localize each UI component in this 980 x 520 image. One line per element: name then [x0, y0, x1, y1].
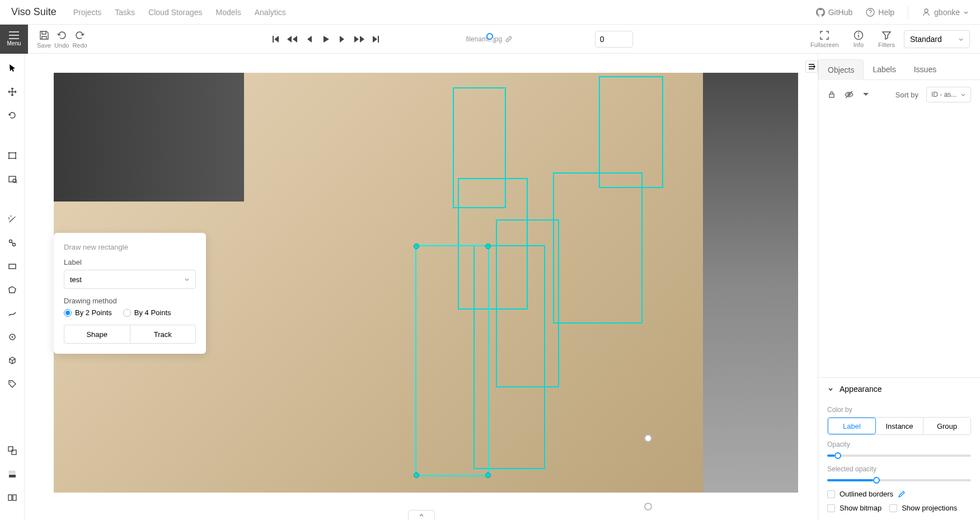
- bbox-selected[interactable]: [415, 245, 489, 476]
- fit-tool[interactable]: [6, 149, 19, 162]
- forward-button[interactable]: [352, 32, 367, 46]
- opacity-knob[interactable]: [834, 452, 841, 459]
- split-tool[interactable]: [6, 491, 19, 504]
- seg-group-button[interactable]: Group: [923, 418, 970, 434]
- rewind-button[interactable]: [285, 32, 299, 46]
- undo-button[interactable]: Undo: [54, 30, 69, 49]
- bbox-4[interactable]: [553, 172, 643, 324]
- chevron-down-icon: [963, 10, 969, 15]
- user-icon: [922, 8, 931, 17]
- rectangle-tool[interactable]: [6, 260, 19, 273]
- cursor-icon: [7, 63, 17, 73]
- show-bitmap-check[interactable]: Show bitmap: [827, 504, 881, 512]
- magic-tool[interactable]: [6, 213, 19, 226]
- radio-2-points[interactable]: By 2 Points: [64, 308, 112, 317]
- outlined-borders-check[interactable]: Outlined borders: [827, 490, 971, 498]
- panel-collapse-button[interactable]: [805, 60, 818, 73]
- bbox-6[interactable]: [473, 245, 545, 469]
- canvas-range-sliders: [644, 434, 652, 510]
- rotate-tool[interactable]: [6, 109, 19, 122]
- checkbox: [827, 490, 835, 498]
- dropdown-icon[interactable]: [862, 92, 870, 97]
- prev-frame-button[interactable]: [302, 32, 316, 46]
- group-tool[interactable]: [6, 444, 19, 457]
- tab-labels[interactable]: Labels: [864, 59, 904, 79]
- resize-handle-br[interactable]: [485, 472, 491, 478]
- cursor-tool[interactable]: [6, 62, 19, 75]
- canvas-area[interactable]: Draw new rectangle Label test Drawing me…: [25, 54, 818, 520]
- drawing-method-radios: By 2 Points By 4 Points: [64, 308, 196, 317]
- pencil-icon[interactable]: [898, 490, 906, 498]
- save-button[interactable]: Save: [37, 30, 51, 49]
- user-menu[interactable]: gbonke: [922, 8, 969, 17]
- nav-cloud-storages[interactable]: Cloud Storages: [148, 8, 203, 17]
- appearance-section: Appearance Color by Label Instance Group…: [818, 377, 980, 520]
- selected-opacity-slider[interactable]: [827, 476, 971, 484]
- seg-instance-button[interactable]: Instance: [876, 418, 923, 434]
- svg-rect-5: [9, 153, 16, 158]
- play-button[interactable]: [318, 32, 333, 46]
- nav-models[interactable]: Models: [216, 8, 241, 17]
- link-icon[interactable]: [505, 36, 512, 43]
- bbox-3[interactable]: [458, 178, 528, 310]
- resize-handle-tl[interactable]: [414, 243, 419, 249]
- nav-tasks[interactable]: Tasks: [115, 8, 135, 17]
- cuboid-tool[interactable]: [6, 354, 19, 367]
- github-link[interactable]: GitHub: [816, 8, 853, 17]
- color-by-label: Color by: [827, 406, 971, 414]
- bbox-1[interactable]: [453, 87, 506, 208]
- polyline-tool[interactable]: [6, 307, 19, 320]
- svg-point-2: [925, 9, 928, 12]
- last-frame-button[interactable]: [369, 32, 383, 46]
- label-select[interactable]: test: [64, 270, 196, 289]
- ai-tool[interactable]: [6, 236, 19, 250]
- bottom-panel-expand[interactable]: [408, 510, 435, 520]
- fullscreen-button[interactable]: Fullscreen: [805, 30, 845, 48]
- range-knob-2[interactable]: [644, 503, 652, 510]
- nav-projects[interactable]: Projects: [73, 8, 102, 17]
- undo-icon: [56, 30, 67, 41]
- region-tool[interactable]: [6, 172, 19, 186]
- range-knob-1[interactable]: [644, 434, 652, 442]
- filters-button[interactable]: Filters: [873, 30, 901, 48]
- visibility-off-icon[interactable]: [844, 90, 854, 99]
- shape-button[interactable]: Shape: [64, 325, 130, 344]
- redo-button[interactable]: Redo: [72, 30, 87, 49]
- appearance-header[interactable]: Appearance: [818, 378, 980, 400]
- workspace-select[interactable]: Standard: [904, 30, 970, 48]
- move-tool[interactable]: [6, 85, 19, 99]
- lock-icon[interactable]: [827, 90, 836, 99]
- help-link[interactable]: Help: [866, 8, 894, 17]
- sort-select[interactable]: ID - as...: [926, 87, 971, 102]
- appearance-title: Appearance: [840, 385, 882, 393]
- help-icon: [866, 8, 875, 17]
- tab-objects[interactable]: Objects: [818, 59, 864, 80]
- brush-tool[interactable]: [6, 467, 19, 481]
- info-label: Info: [854, 41, 864, 48]
- points-tool[interactable]: [6, 330, 19, 344]
- toolbar-right: Fullscreen Info Filters Standard: [805, 30, 980, 48]
- bbox-5[interactable]: [496, 219, 559, 387]
- bbox-2[interactable]: [599, 76, 663, 188]
- track-button[interactable]: Track: [130, 325, 196, 344]
- show-projections-check[interactable]: Show projections: [889, 504, 957, 512]
- opacity-slider[interactable]: [827, 452, 971, 460]
- tab-issues[interactable]: Issues: [905, 59, 945, 79]
- resize-handle-tr[interactable]: [485, 243, 491, 249]
- nav-analytics[interactable]: Analytics: [255, 8, 286, 17]
- menu-button[interactable]: Menu: [0, 25, 28, 54]
- radio-4-points[interactable]: By 4 Points: [123, 308, 171, 317]
- frame-slider-knob[interactable]: [486, 33, 493, 40]
- frame-number-input[interactable]: [595, 31, 633, 48]
- collapse-icon: [808, 63, 815, 70]
- svg-point-8: [8, 158, 10, 160]
- first-frame-button[interactable]: [268, 32, 283, 46]
- next-frame-button[interactable]: [335, 32, 350, 46]
- seg-label-button[interactable]: Label: [828, 418, 876, 434]
- tag-tool[interactable]: [6, 377, 19, 391]
- info-button[interactable]: Info: [848, 30, 869, 48]
- selected-opacity-knob[interactable]: [873, 477, 880, 484]
- resize-handle-bl[interactable]: [414, 472, 419, 478]
- magic-wand-icon: [7, 214, 17, 224]
- polygon-tool[interactable]: [6, 283, 19, 297]
